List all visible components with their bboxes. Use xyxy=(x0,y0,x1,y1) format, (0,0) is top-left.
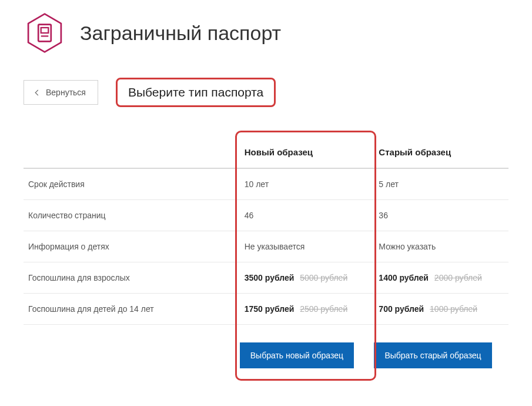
cell-fee-old: 700 рублей 1000 рублей xyxy=(374,294,508,324)
table-row: Информация о детях Не указывается Можно … xyxy=(24,231,508,262)
header-spacer xyxy=(24,142,240,163)
fee-original: 5000 рублей xyxy=(300,273,347,282)
page-title: Заграничный паспорт xyxy=(80,22,281,45)
button-row: Выбрать новый образец Выбрать старый обр… xyxy=(24,325,508,368)
button-spacer xyxy=(24,342,240,368)
back-button[interactable]: Вернуться xyxy=(24,80,98,105)
section-title: Выберите тип паспорта xyxy=(116,78,276,107)
fee-original: 2500 рублей xyxy=(300,304,347,314)
fee-price: 1400 рублей xyxy=(379,273,429,282)
cell-fee-new: 3500 рублей 5000 рублей xyxy=(240,262,374,293)
column-header-new: Новый образец xyxy=(240,137,374,168)
choose-old-button[interactable]: Выбрать старый образец xyxy=(374,342,491,368)
row-label: Госпошлина для взрослых xyxy=(24,262,240,293)
fee-price: 3500 рублей xyxy=(245,273,295,282)
table-row: Срок действия 10 лет 5 лет xyxy=(24,169,508,200)
button-cell-new: Выбрать новый образец xyxy=(240,342,374,368)
button-cell-old: Выбрать старый образец xyxy=(374,342,508,368)
row-label: Информация о детях xyxy=(24,231,240,262)
controls-row: Вернуться Выберите тип паспорта xyxy=(24,78,508,107)
cell-value-old: 36 xyxy=(374,200,508,231)
page-header: Заграничный паспорт xyxy=(24,12,508,54)
choose-new-button[interactable]: Выбрать новый образец xyxy=(240,342,354,368)
row-label: Количество страниц xyxy=(24,200,240,231)
cell-fee-new: 1750 рублей 2500 рублей xyxy=(240,294,374,324)
svg-rect-2 xyxy=(41,28,49,33)
fee-original: 1000 рублей xyxy=(430,304,477,314)
comparison-table: Новый образец Старый образец Срок действ… xyxy=(24,137,508,368)
comparison-table-container: Новый образец Старый образец Срок действ… xyxy=(24,137,508,368)
back-button-label: Вернуться xyxy=(46,88,86,97)
cell-value-new: Не указывается xyxy=(240,231,374,262)
table-header-row: Новый образец Старый образец xyxy=(24,137,508,169)
fee-price: 1750 рублей xyxy=(245,304,295,314)
table-row: Количество страниц 46 36 xyxy=(24,200,508,231)
cell-value-new: 46 xyxy=(240,200,374,231)
row-label: Срок действия xyxy=(24,169,240,199)
column-header-old: Старый образец xyxy=(374,137,508,168)
cell-value-old: Можно указать xyxy=(374,231,508,262)
cell-fee-old: 1400 рублей 2000 рублей xyxy=(374,262,508,293)
cell-value-new: 10 лет xyxy=(240,169,374,199)
row-label: Госпошлина для детей до 14 лет xyxy=(24,294,240,324)
chevron-left-icon xyxy=(35,89,41,95)
passport-icon xyxy=(24,12,66,54)
fee-price: 700 рублей xyxy=(379,304,424,314)
table-row: Госпошлина для детей до 14 лет 1750 рубл… xyxy=(24,294,508,325)
fee-original: 2000 рублей xyxy=(434,273,482,282)
table-row: Госпошлина для взрослых 3500 рублей 5000… xyxy=(24,262,508,294)
cell-value-old: 5 лет xyxy=(374,169,508,199)
